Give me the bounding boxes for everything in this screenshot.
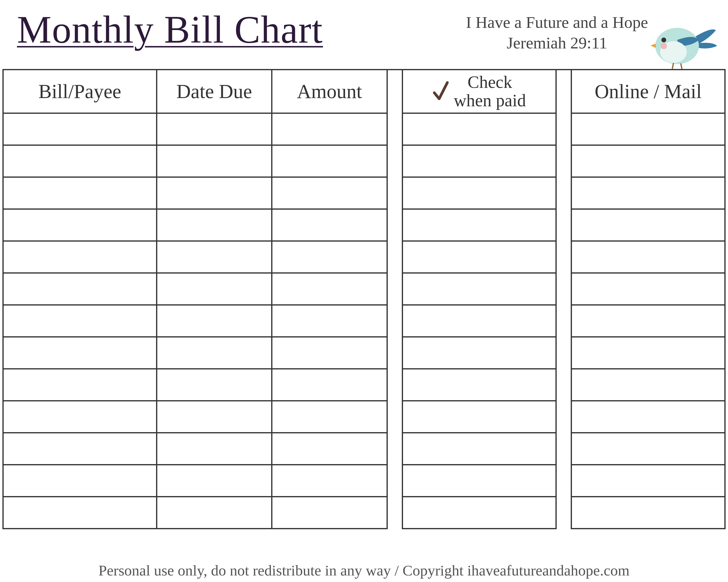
cell-gap[interactable] xyxy=(556,401,571,433)
table-cell[interactable] xyxy=(571,369,725,401)
table-cell[interactable] xyxy=(157,369,272,401)
cell-gap[interactable] xyxy=(556,337,571,369)
table-cell[interactable] xyxy=(571,113,725,145)
table-cell[interactable] xyxy=(272,369,387,401)
table-cell[interactable] xyxy=(402,113,556,145)
table-cell[interactable] xyxy=(272,273,387,305)
cell-gap[interactable] xyxy=(387,145,402,177)
table-cell[interactable] xyxy=(157,465,272,497)
table-cell[interactable] xyxy=(3,305,157,337)
table-cell[interactable] xyxy=(3,433,157,465)
table-cell[interactable] xyxy=(3,497,157,529)
table-cell[interactable] xyxy=(402,433,556,465)
table-cell[interactable] xyxy=(272,337,387,369)
cell-gap[interactable] xyxy=(387,433,402,465)
table-cell[interactable] xyxy=(157,337,272,369)
table-cell[interactable] xyxy=(571,305,725,337)
cell-gap[interactable] xyxy=(387,273,402,305)
cell-gap[interactable] xyxy=(387,209,402,241)
cell-gap[interactable] xyxy=(387,113,402,145)
table-cell[interactable] xyxy=(272,433,387,465)
table-cell[interactable] xyxy=(402,369,556,401)
cell-gap[interactable] xyxy=(556,113,571,145)
cell-gap[interactable] xyxy=(556,465,571,497)
cell-gap[interactable] xyxy=(387,401,402,433)
table-cell[interactable] xyxy=(272,177,387,209)
column-header-payee: Bill/Payee xyxy=(3,70,157,113)
table-cell[interactable] xyxy=(571,241,725,273)
table-cell[interactable] xyxy=(157,401,272,433)
table-cell[interactable] xyxy=(3,401,157,433)
table-cell[interactable] xyxy=(3,209,157,241)
table-row xyxy=(3,401,725,433)
table-cell[interactable] xyxy=(157,497,272,529)
cell-gap[interactable] xyxy=(387,337,402,369)
table-row xyxy=(3,177,725,209)
table-cell[interactable] xyxy=(272,145,387,177)
table-cell[interactable] xyxy=(157,209,272,241)
table-cell[interactable] xyxy=(402,497,556,529)
cell-gap[interactable] xyxy=(556,369,571,401)
table-cell[interactable] xyxy=(272,113,387,145)
table-cell[interactable] xyxy=(402,305,556,337)
table-cell[interactable] xyxy=(272,465,387,497)
table-cell[interactable] xyxy=(272,241,387,273)
table-cell[interactable] xyxy=(571,401,725,433)
table-cell[interactable] xyxy=(3,465,157,497)
svg-line-4 xyxy=(672,63,674,69)
cell-gap[interactable] xyxy=(387,369,402,401)
table-cell[interactable] xyxy=(3,177,157,209)
table-cell[interactable] xyxy=(157,145,272,177)
cell-gap[interactable] xyxy=(387,465,402,497)
table-cell[interactable] xyxy=(402,337,556,369)
cell-gap[interactable] xyxy=(556,433,571,465)
table-cell[interactable] xyxy=(157,177,272,209)
table-cell[interactable] xyxy=(402,465,556,497)
table-row xyxy=(3,305,725,337)
table-cell[interactable] xyxy=(571,145,725,177)
table-row xyxy=(3,113,725,145)
table-cell[interactable] xyxy=(571,177,725,209)
table-cell[interactable] xyxy=(3,241,157,273)
table-cell[interactable] xyxy=(402,177,556,209)
cell-gap[interactable] xyxy=(556,209,571,241)
table-cell[interactable] xyxy=(571,337,725,369)
table-cell[interactable] xyxy=(3,145,157,177)
table-cell[interactable] xyxy=(571,433,725,465)
cell-gap[interactable] xyxy=(387,497,402,529)
table-cell[interactable] xyxy=(402,273,556,305)
cell-gap[interactable] xyxy=(387,305,402,337)
cell-gap[interactable] xyxy=(556,241,571,273)
table-body xyxy=(3,113,725,529)
cell-gap[interactable] xyxy=(556,145,571,177)
table-cell[interactable] xyxy=(3,113,157,145)
table-cell[interactable] xyxy=(571,209,725,241)
table-cell[interactable] xyxy=(3,369,157,401)
verse-line-1: I Have a Future and a Hope xyxy=(466,12,648,33)
table-cell[interactable] xyxy=(571,465,725,497)
table-cell[interactable] xyxy=(272,305,387,337)
table-cell[interactable] xyxy=(157,305,272,337)
table-cell[interactable] xyxy=(402,145,556,177)
table-cell[interactable] xyxy=(402,241,556,273)
cell-gap[interactable] xyxy=(556,177,571,209)
table-cell[interactable] xyxy=(157,273,272,305)
cell-gap[interactable] xyxy=(387,241,402,273)
table-cell[interactable] xyxy=(571,497,725,529)
table-cell[interactable] xyxy=(571,273,725,305)
table-cell[interactable] xyxy=(402,209,556,241)
cell-gap[interactable] xyxy=(556,497,571,529)
cell-gap[interactable] xyxy=(556,273,571,305)
table-cell[interactable] xyxy=(157,241,272,273)
cell-gap[interactable] xyxy=(387,177,402,209)
table-cell[interactable] xyxy=(272,497,387,529)
table-row xyxy=(3,465,725,497)
table-cell[interactable] xyxy=(272,209,387,241)
table-cell[interactable] xyxy=(3,273,157,305)
table-cell[interactable] xyxy=(272,401,387,433)
table-cell[interactable] xyxy=(157,113,272,145)
cell-gap[interactable] xyxy=(556,305,571,337)
table-cell[interactable] xyxy=(3,337,157,369)
table-cell[interactable] xyxy=(157,433,272,465)
table-cell[interactable] xyxy=(402,401,556,433)
